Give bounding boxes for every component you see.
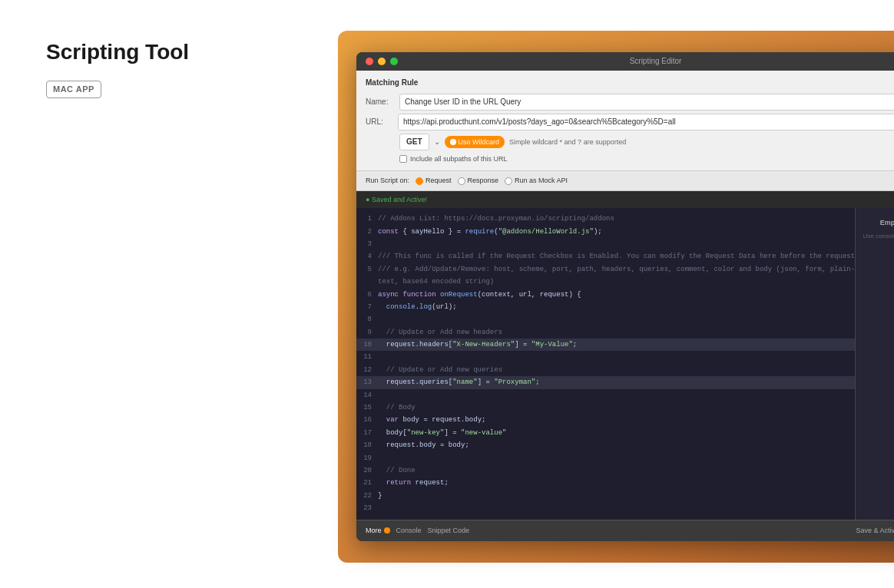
wildcard-hint: Simple wildcard * and ? are supported [509, 137, 626, 147]
code-line-10: 10 request.headers["X-New-Headers"] = "M… [356, 339, 855, 351]
desc-line-1: Breakpoint, Map local GUI is so slow? [338, 584, 894, 588]
code-line-16: 16 var body = request.body; [356, 414, 855, 426]
app-window: Scripting Editor Matching Rule Name: Cha… [356, 52, 894, 541]
page-container: Scripting Tool MAC APP Scripting Editor … [0, 0, 894, 588]
code-line-4: 4 /// This func is called if the Request… [356, 250, 855, 263]
minimize-button-icon [378, 58, 386, 65]
matching-rule-title: Matching Rule [366, 77, 894, 89]
subpath-label: Include all subpaths of this URL [410, 154, 508, 164]
console-panel: Empty Console Use console.log() to log e… [855, 208, 894, 519]
right-column: Scripting Editor Matching Rule Name: Cha… [338, 31, 894, 588]
window-title: Scripting Editor [630, 55, 682, 68]
mac-badge: MAC APP [46, 81, 101, 99]
mock-radio-icon [505, 177, 512, 185]
more-dot-icon [384, 527, 390, 533]
code-line-7: 7 console.log(url); [356, 301, 855, 313]
code-line-15: 15 // Body [356, 401, 855, 414]
run-mock-option[interactable]: Run as Mock API [505, 175, 568, 186]
screenshot-wrapper: Scripting Editor Matching Rule Name: Cha… [338, 31, 894, 563]
code-line-2: 2 const { sayHello } = require("@addons/… [356, 226, 855, 238]
request-label: Request [425, 175, 452, 186]
wildcard-check-icon [450, 139, 456, 145]
code-line-5b: text, base64 encoded string) [356, 276, 855, 288]
name-label: Name: [366, 96, 395, 108]
code-line-17: 17 body["new-key"] = "new-value" [356, 427, 855, 439]
method-row: GET ⌄ Uso Wildcard Simple wildcard * and… [399, 134, 894, 150]
mock-label: Run as Mock API [515, 175, 568, 186]
run-request-option[interactable]: Request [416, 175, 452, 186]
close-button-icon [366, 58, 373, 65]
description-section: Breakpoint, Map local GUI is so slow? Tr… [338, 584, 894, 588]
console-tab[interactable]: Console [396, 525, 422, 536]
method-button[interactable]: GET [399, 134, 429, 150]
code-editor[interactable]: 1 // Addons List: https://docs.proxyman.… [356, 208, 855, 519]
request-radio-icon [416, 177, 423, 185]
subpath-row: Include all subpaths of this URL [399, 154, 894, 164]
code-line-11: 11 [356, 351, 855, 363]
editor-panel: 1 // Addons List: https://docs.proxyman.… [356, 208, 894, 519]
maximize-button-icon [390, 58, 398, 65]
code-line-23: 23 [356, 502, 855, 514]
run-script-bar: Run Script on: Request Response Run as M… [356, 171, 894, 190]
wildcard-badge[interactable]: Uso Wildcard [445, 136, 505, 148]
code-line-1: 1 // Addons List: https://docs.proxyman.… [356, 213, 855, 225]
url-input[interactable]: https://api.producthunt.com/v1/posts?day… [398, 114, 894, 130]
code-line-14: 14 [356, 389, 855, 401]
more-label: More [366, 525, 382, 536]
name-row: Name: Change User ID in the URL Query [366, 94, 894, 111]
arrow-icon: ⌄ [434, 136, 440, 148]
console-subtitle: Use console.log() to log events [862, 232, 894, 242]
code-line-20: 20 // Done [356, 464, 855, 477]
response-radio-icon [458, 177, 465, 185]
code-line-13: 13 request.queries["name"] = "Proxyman"; [356, 376, 855, 388]
name-input[interactable]: Change User ID in the URL Query [399, 94, 894, 111]
url-label: URL: [366, 116, 395, 128]
saved-bar: ● Saved and Active! [356, 191, 894, 208]
code-line-5: 5 /// e.g. Add/Update/Remove: host, sche… [356, 263, 855, 276]
snippet-tab-label: Snippet Code [428, 525, 470, 536]
run-response-option[interactable]: Response [458, 175, 499, 186]
code-line-6: 6 async function onRequest(context, url,… [356, 289, 855, 301]
snippet-tab[interactable]: Snippet Code [428, 525, 470, 536]
response-label: Response [468, 175, 499, 186]
code-line-21: 21 return request; [356, 477, 855, 489]
subpath-checkbox[interactable] [399, 155, 407, 163]
run-script-label: Run Script on: [366, 175, 409, 186]
bottom-bar: More Console Snippet Code Save & Activat… [356, 520, 894, 542]
saved-text: ● Saved and Active! [366, 196, 427, 203]
code-line-18: 18 request.body = body; [356, 439, 855, 451]
wildcard-label: Uso Wildcard [459, 137, 500, 147]
bottom-bar-right: Save & Activate ⌘S 🗑 ⤢ [856, 524, 894, 538]
console-title: Empty Console [862, 217, 894, 228]
page-title: Scripting Tool [46, 35, 292, 70]
code-line-12: 12 // Update or Add new queries [356, 364, 855, 376]
code-line-19: 19 [356, 452, 855, 464]
code-line-9: 9 // Update or Add new headers [356, 326, 855, 339]
window-titlebar: Scripting Editor [356, 52, 894, 71]
save-activate-button[interactable]: Save & Activate ⌘S [856, 525, 894, 536]
left-column: Scripting Tool MAC APP [46, 31, 292, 588]
matching-rule-section: Matching Rule Name: Change User ID in th… [356, 71, 894, 171]
code-line-8: 8 [356, 313, 855, 325]
bottom-bar-left: More Console Snippet Code [366, 525, 469, 536]
url-row: URL: https://api.producthunt.com/v1/post… [366, 114, 894, 130]
more-tab[interactable]: More [366, 525, 390, 536]
code-line-3: 3 [356, 238, 855, 250]
code-line-22: 22 } [356, 490, 855, 502]
console-tab-label: Console [396, 525, 422, 536]
